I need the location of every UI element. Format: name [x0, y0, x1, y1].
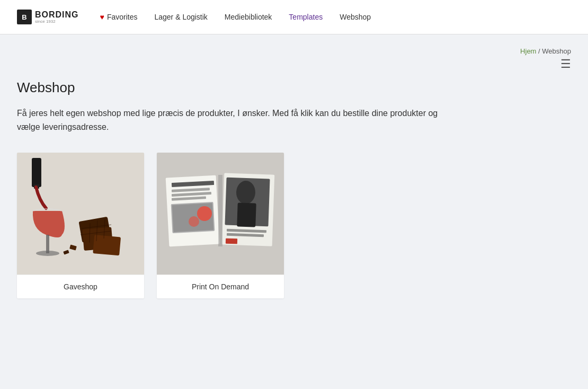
svg-rect-3: [46, 235, 49, 253]
breadcrumb-row: Hjem / Webshop: [17, 47, 571, 55]
nav-webshop-label: Webshop: [340, 13, 371, 21]
heart-icon: ♥: [100, 13, 104, 21]
nav-webshop[interactable]: Webshop: [340, 11, 371, 23]
page-description: Få jeres helt egen webshop med lige præc…: [17, 107, 451, 134]
breadcrumb: Hjem / Webshop: [520, 47, 571, 55]
pod-image: [157, 153, 284, 275]
logo-text-block: BORDING since 1932: [35, 10, 79, 24]
logo[interactable]: B BORDING since 1932: [17, 10, 79, 24]
svg-rect-28: [237, 203, 256, 227]
svg-point-23: [197, 206, 212, 221]
product-card-pod[interactable]: Print On Demand: [157, 153, 284, 298]
list-view-icon[interactable]: ☰: [560, 57, 571, 71]
svg-point-24: [189, 216, 199, 227]
logo-letter: B: [22, 13, 26, 21]
main-content: Hjem / Webshop ☰ Webshop Få jeres helt e…: [0, 34, 588, 320]
nav-templates[interactable]: Templates: [289, 11, 323, 23]
list-icon-row: ☰: [17, 57, 571, 71]
svg-point-4: [36, 251, 59, 256]
product-grid: Gaveshop: [17, 153, 571, 298]
gaveshop-image: [17, 153, 144, 275]
page-title: Webshop: [17, 79, 571, 96]
breadcrumb-home[interactable]: Hjem: [520, 47, 536, 55]
breadcrumb-current: Webshop: [542, 47, 571, 55]
gaveshop-label: Gaveshop: [17, 275, 144, 298]
gaveshop-svg: [17, 153, 144, 275]
navbar: B BORDING since 1932 ♥ Favorites Lager &…: [0, 0, 588, 34]
product-card-gaveshop[interactable]: Gaveshop: [17, 153, 144, 298]
logo-name: BORDING: [35, 10, 79, 20]
nav-favorites-label: Favorites: [107, 13, 138, 21]
nav-lager[interactable]: Lager & Logistik: [154, 11, 207, 23]
svg-rect-1: [32, 158, 41, 187]
logo-box: B: [17, 10, 32, 24]
nav-mediebibliotek-label: Mediebibliotek: [225, 13, 272, 21]
pod-label: Print On Demand: [157, 275, 284, 298]
logo-sub: since 1932: [35, 20, 79, 24]
nav-mediebibliotek[interactable]: Mediebibliotek: [225, 11, 272, 23]
pod-svg: [157, 153, 284, 275]
svg-rect-32: [218, 175, 222, 246]
svg-rect-31: [226, 238, 237, 244]
svg-rect-7: [93, 235, 121, 255]
nav-templates-label: Templates: [289, 13, 323, 21]
nav-lager-label: Lager & Logistik: [154, 13, 207, 21]
nav-favorites[interactable]: ♥ Favorites: [100, 11, 138, 23]
